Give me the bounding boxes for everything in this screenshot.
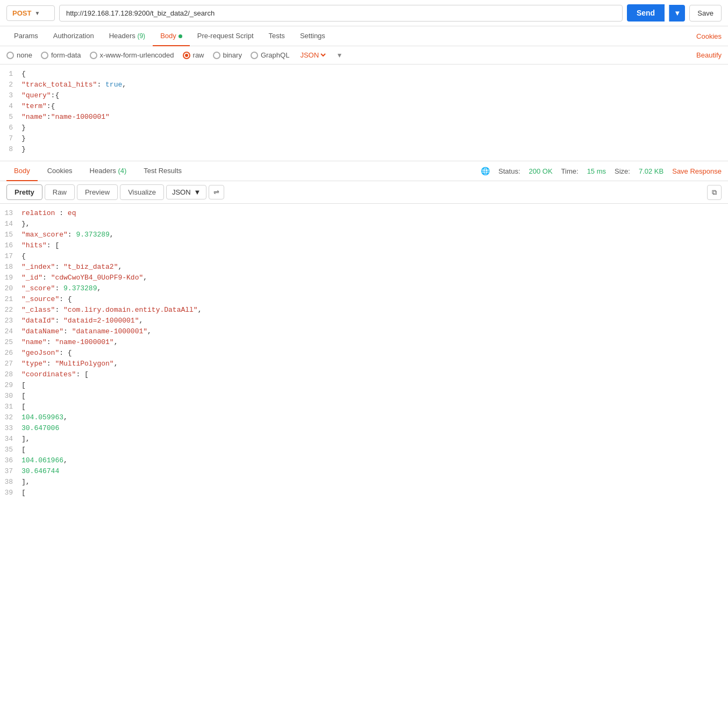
code-line-2: 2 "track_total_hits": true,: [0, 80, 728, 90]
tab-settings[interactable]: Settings: [292, 26, 333, 46]
dropdown-arrow-icon: ▼: [336, 52, 342, 59]
code-line-37: 37 30.646744: [0, 466, 728, 477]
code-line-16: 16 "hits": [: [0, 240, 728, 251]
cookies-link[interactable]: Cookies: [696, 32, 722, 40]
code-line-22: 22 "_class": "com.liry.domain.entity.Dat…: [0, 305, 728, 316]
status-code: 200 OK: [529, 167, 553, 175]
url-bar: POST ▼ Send ▼ Save: [0, 0, 728, 26]
code-line-8: 8}: [0, 144, 728, 155]
save-button[interactable]: Save: [689, 5, 722, 22]
radio-graphql[interactable]: GraphQL: [251, 51, 289, 59]
radio-none-circle: [6, 52, 14, 59]
tab-params[interactable]: Params: [6, 26, 46, 46]
code-line-15: 15 "max_score": 9.373289,: [0, 230, 728, 240]
tab-tests[interactable]: Tests: [261, 26, 292, 46]
radio-binary-label: binary: [223, 51, 242, 59]
send-dropdown-button[interactable]: ▼: [669, 5, 685, 22]
code-line-38: 38 ],: [0, 477, 728, 488]
code-line-25: 25 "name": "name-1000001",: [0, 337, 728, 348]
code-line-4: 4 "term":{: [0, 101, 728, 112]
radio-urlencoded[interactable]: x-www-form-urlencoded: [90, 51, 174, 59]
response-tabs: Body Cookies Headers (4) Test Results 🌐 …: [0, 161, 728, 181]
radio-urlencoded-label: x-www-form-urlencoded: [100, 51, 174, 59]
request-tabs: Params Authorization Headers (9) Body Pr…: [0, 26, 728, 46]
response-body: 13 relation : eq14 },15 "max_score": 9.3…: [0, 204, 728, 516]
response-format-chevron-icon: ▼: [194, 188, 201, 196]
method-selector[interactable]: POST ▼: [6, 5, 55, 21]
response-tab-cookies[interactable]: Cookies: [40, 161, 80, 181]
response-tab-testresults[interactable]: Test Results: [136, 161, 189, 181]
request-editor[interactable]: 1{2 "track_total_hits": true,3 "query":{…: [0, 65, 728, 161]
code-line-26: 26 "geoJson": {: [0, 348, 728, 359]
radio-raw-label: raw: [193, 51, 204, 59]
radio-none-label: none: [17, 51, 32, 59]
radio-urlencoded-circle: [90, 52, 97, 59]
code-line-27: 27 "type": "MultiPolygon",: [0, 359, 728, 369]
response-time: 15 ms: [587, 167, 606, 175]
response-format-label: JSON: [172, 188, 191, 196]
view-pretty[interactable]: Pretty: [6, 184, 42, 200]
code-line-24: 24 "dataName": "dataname-1000001",: [0, 326, 728, 337]
radio-raw[interactable]: raw: [183, 51, 204, 59]
method-chevron-icon: ▼: [34, 10, 40, 16]
code-line-39: 39 [: [0, 488, 728, 498]
code-line-34: 34 ],: [0, 434, 728, 445]
code-line-3: 3 "query":{: [0, 90, 728, 101]
code-line-19: 19 "_id": "cdwCwoYB4_0UoPF9-Kdo",: [0, 273, 728, 283]
format-select[interactable]: JSON: [298, 51, 327, 60]
code-line-5: 5 "name":"name-1000001": [0, 112, 728, 123]
code-line-20: 20 "_score": 9.373289,: [0, 283, 728, 294]
view-visualize[interactable]: Visualize: [120, 184, 164, 200]
body-dot: [179, 34, 182, 38]
code-line-1: 1{: [0, 69, 728, 80]
radio-binary[interactable]: binary: [213, 51, 242, 59]
code-line-36: 36 104.061966,: [0, 455, 728, 466]
globe-icon: 🌐: [481, 167, 490, 175]
tab-authorization[interactable]: Authorization: [46, 26, 102, 46]
response-tab-body[interactable]: Body: [6, 161, 38, 181]
send-button[interactable]: Send: [627, 4, 665, 22]
radio-form-data-label: form-data: [51, 51, 81, 59]
response-format-select[interactable]: JSON ▼: [166, 185, 207, 199]
copy-button[interactable]: ⧉: [707, 185, 722, 200]
code-line-23: 23 "dataId": "dataid=2-1000001",: [0, 316, 728, 326]
response-size: 7.02 KB: [639, 167, 663, 175]
method-label: POST: [12, 9, 31, 17]
code-line-21: 21 "_source": {: [0, 294, 728, 305]
code-line-28: 28 "coordinates": [: [0, 369, 728, 380]
code-line-31: 31 [: [0, 402, 728, 412]
view-raw[interactable]: Raw: [45, 184, 75, 200]
radio-binary-circle: [213, 52, 220, 59]
body-type-bar: none form-data x-www-form-urlencoded raw…: [0, 46, 728, 65]
code-line-30: 30 [: [0, 391, 728, 402]
code-line-33: 33 30.647006: [0, 423, 728, 434]
radio-graphql-label: GraphQL: [261, 51, 289, 59]
radio-form-data-circle: [41, 52, 48, 59]
code-line-6: 6 }: [0, 123, 728, 133]
tab-headers[interactable]: Headers (9): [102, 26, 153, 46]
code-line-32: 32 104.059963,: [0, 412, 728, 423]
tab-prerequest[interactable]: Pre-request Script: [190, 26, 261, 46]
response-view-bar: Pretty Raw Preview Visualize JSON ▼ ⇌ ⧉: [0, 181, 728, 204]
code-line-14: 14 },: [0, 219, 728, 230]
beautify-button[interactable]: Beautify: [696, 51, 722, 59]
code-line-18: 18 "_index": "t_biz_data2",: [0, 262, 728, 273]
url-input[interactable]: [59, 5, 623, 22]
response-status: 🌐 Status: 200 OK Time: 15 ms Size: 7.02 …: [481, 167, 722, 175]
tab-body[interactable]: Body: [153, 26, 190, 46]
code-line-7: 7 }: [0, 133, 728, 144]
radio-graphql-circle: [251, 52, 258, 59]
code-line-29: 29 [: [0, 380, 728, 391]
wrap-button[interactable]: ⇌: [209, 185, 224, 199]
radio-none[interactable]: none: [6, 51, 32, 59]
view-preview[interactable]: Preview: [77, 184, 118, 200]
code-line-35: 35 [: [0, 445, 728, 455]
code-line-13: 13 relation : eq: [0, 208, 728, 219]
save-response-button[interactable]: Save Response: [672, 167, 722, 175]
radio-form-data[interactable]: form-data: [41, 51, 81, 59]
radio-raw-circle: [183, 52, 190, 59]
response-tab-headers[interactable]: Headers (4): [82, 161, 134, 181]
code-line-17: 17 {: [0, 251, 728, 262]
